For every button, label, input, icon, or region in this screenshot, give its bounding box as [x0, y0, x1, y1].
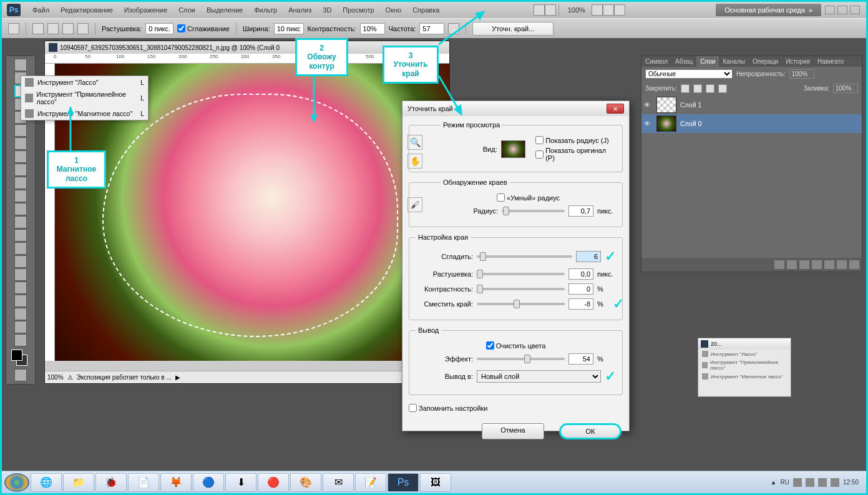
delete-layer-icon[interactable]	[849, 260, 859, 269]
stamp-tool-icon[interactable]	[14, 164, 27, 176]
zoom-level[interactable]: 100%	[568, 6, 585, 14]
hand-tool-icon[interactable]: ✋	[407, 154, 422, 169]
pen-pressure-icon[interactable]	[448, 23, 459, 34]
taskbar-item[interactable]: Ps	[388, 473, 419, 492]
doc-zoom-field[interactable]: 100%	[47, 374, 64, 381]
link-layers-icon[interactable]	[774, 260, 784, 269]
opacity-field[interactable]: 100%	[789, 69, 814, 79]
menu-filter[interactable]: Фильтр	[248, 4, 283, 16]
gradient-tool-icon[interactable]	[14, 203, 27, 215]
brush-tool-icon[interactable]	[14, 150, 27, 163]
taskbar-item[interactable]: 🔵	[193, 473, 224, 492]
menu-image[interactable]: Изображение	[119, 4, 173, 16]
path-select-tool-icon[interactable]	[14, 268, 27, 281]
taskbar-item[interactable]: 📄	[128, 473, 159, 492]
refine-brush-icon[interactable]: 🖌	[407, 197, 422, 212]
tray-chevron-icon[interactable]: ▲	[771, 479, 777, 486]
taskbar-item[interactable]: ✉	[323, 473, 354, 492]
lock-transparency-icon[interactable]	[681, 84, 690, 93]
tray-action-icon[interactable]	[831, 478, 839, 487]
view-thumbnail[interactable]	[501, 140, 525, 158]
clock[interactable]: 12:50	[843, 479, 859, 486]
smart-radius-checkbox[interactable]: «Умный» радиус	[497, 194, 560, 202]
language-indicator[interactable]: RU	[781, 479, 789, 486]
menu-view[interactable]: Просмотр	[337, 4, 379, 16]
tab-layers[interactable]: Слои	[696, 56, 719, 67]
menu-3d[interactable]: 3D	[317, 4, 337, 16]
close-icon[interactable]	[850, 6, 860, 14]
show-original-checkbox[interactable]: Показать оригинал (P)	[535, 147, 616, 162]
menu-analysis[interactable]: Анализ	[283, 4, 317, 16]
menu-layer[interactable]: Слои	[173, 4, 201, 16]
menu-edit[interactable]: Редактирование	[55, 4, 119, 16]
decontaminate-checkbox[interactable]: Очистить цвета	[486, 341, 546, 350]
smooth-slider[interactable]	[477, 255, 572, 258]
antialias-checkbox[interactable]: Сглаживание	[177, 24, 230, 32]
amount-slider[interactable]	[477, 358, 565, 360]
selection-intersect-icon[interactable]	[77, 23, 89, 34]
zoom-tool-icon[interactable]: 🔍	[407, 135, 422, 150]
width-field[interactable]: 10 пикс	[274, 23, 304, 34]
lock-pixels-icon[interactable]	[693, 84, 702, 93]
tab-channels[interactable]: Каналы	[719, 56, 749, 67]
tab-history[interactable]: История	[782, 56, 814, 67]
dialog-close-icon[interactable]: ✕	[607, 104, 624, 114]
new-layer-icon[interactable]	[837, 260, 847, 269]
group-icon[interactable]	[824, 260, 834, 269]
hand-tool-icon[interactable]	[14, 321, 27, 333]
mini-maximize-icon[interactable]	[772, 341, 779, 347]
quickmask-icon[interactable]	[14, 369, 27, 381]
workspace-switcher[interactable]: Основная рабочая среда »	[716, 4, 821, 16]
heal-tool-icon[interactable]	[14, 137, 27, 150]
type-tool-icon[interactable]	[14, 255, 27, 268]
shift-slider[interactable]	[477, 303, 565, 305]
menu-select[interactable]: Выделение	[201, 4, 248, 16]
taskbar-item[interactable]: 📁	[63, 473, 94, 492]
layer-thumbnail[interactable]	[656, 115, 676, 132]
tab-actions[interactable]: Операци	[749, 56, 782, 67]
taskbar-item[interactable]: 🎨	[290, 473, 321, 492]
minimize-icon[interactable]	[825, 6, 835, 14]
3d-tool-icon[interactable]	[14, 295, 27, 307]
zoom-tool-icon[interactable]	[14, 334, 27, 346]
mini-minimize-icon[interactable]	[763, 341, 771, 347]
layer-row[interactable]: 👁 Слой 1	[641, 96, 862, 114]
ok-button[interactable]: ОК	[559, 423, 622, 439]
show-radius-checkbox[interactable]: Показать радиус (J)	[535, 136, 616, 144]
magnetic-lasso-tool-item[interactable]: Инструмент "Магнитное лассо" L	[21, 107, 148, 120]
layer-thumbnail[interactable]	[656, 97, 676, 113]
tray-flag-icon[interactable]	[793, 478, 802, 487]
menu-window[interactable]: Окно	[380, 4, 407, 16]
remember-settings-checkbox[interactable]: Запомнить настройки	[409, 404, 488, 412]
fx-icon[interactable]	[787, 260, 797, 269]
output-to-select[interactable]: Новый слой	[477, 370, 601, 383]
shift-value[interactable]: -8	[568, 298, 593, 310]
menu-help[interactable]: Справка	[407, 4, 445, 16]
dialog-titlebar[interactable]: Уточнить край ✕	[402, 101, 629, 116]
history-brush-tool-icon[interactable]	[14, 177, 27, 189]
layer-mask-icon[interactable]	[799, 260, 809, 269]
eraser-tool-icon[interactable]	[14, 190, 27, 202]
visibility-icon[interactable]: 👁	[644, 101, 653, 109]
menu-file[interactable]: Файл	[27, 4, 55, 16]
smooth-value[interactable]: 6	[576, 251, 601, 262]
eyedropper-tool-icon[interactable]	[14, 124, 27, 137]
poly-lasso-tool-item[interactable]: Инструмент "Прямолинейное лассо" L	[21, 89, 148, 107]
refine-edge-button[interactable]: Уточн. край...	[472, 22, 553, 36]
amount-value[interactable]: 54	[568, 353, 593, 365]
tab-paragraph[interactable]: Абзац	[671, 56, 696, 67]
camera-tool-icon[interactable]	[14, 308, 27, 320]
pen-tool-icon[interactable]	[14, 242, 27, 255]
contrast-slider[interactable]	[477, 288, 565, 290]
taskbar-item[interactable]: 🦊	[160, 473, 192, 492]
selection-subtract-icon[interactable]	[62, 23, 74, 34]
status-arrow-icon[interactable]: ▶	[175, 374, 180, 381]
taskbar-item[interactable]: 🐞	[95, 473, 127, 492]
fill-field[interactable]: 100%	[833, 84, 858, 93]
radius-value[interactable]: 0,7	[568, 205, 593, 217]
layer-name[interactable]: Слой 1	[680, 101, 701, 109]
launch-bridge-icon[interactable]	[534, 4, 545, 16]
frequency-field[interactable]: 57	[419, 23, 444, 34]
adjustment-layer-icon[interactable]	[812, 260, 822, 269]
tab-navigator[interactable]: Навигато	[814, 56, 847, 67]
